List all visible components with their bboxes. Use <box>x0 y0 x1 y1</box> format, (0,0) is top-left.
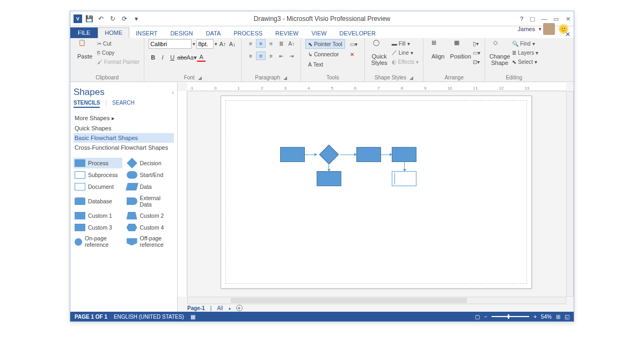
tab-design[interactable]: DESIGN <box>164 28 199 38</box>
text-direction-button[interactable]: A↕ <box>287 39 296 48</box>
position-button[interactable]: ▦Position <box>450 39 471 60</box>
macro-icon[interactable]: ▦ <box>191 314 195 320</box>
align-bottom-button[interactable]: ≡ <box>266 39 276 48</box>
presentation-mode-icon[interactable]: ▢ <box>475 314 480 320</box>
para-dialog-icon[interactable]: ◢ <box>283 75 287 80</box>
save-icon[interactable]: 💾 <box>84 14 94 24</box>
shape-process[interactable]: Process <box>74 158 122 168</box>
underline-button[interactable]: U <box>168 53 177 62</box>
page-tab-all[interactable]: All <box>217 305 223 311</box>
shape-offpage-ref[interactable]: Off-page reference <box>126 234 174 249</box>
line-button[interactable]: ／Line▾ <box>392 48 419 57</box>
italic-button[interactable]: I <box>158 53 167 62</box>
increase-font-icon[interactable]: A↑ <box>218 40 227 48</box>
page-status[interactable]: PAGE 1 OF 1 <box>75 314 107 320</box>
shape-onpage-ref[interactable]: On-page reference <box>74 234 122 249</box>
redo-icon[interactable]: ↻ <box>108 14 118 24</box>
increase-indent-button[interactable]: ⇥ <box>287 52 296 60</box>
connector-5[interactable] <box>404 162 405 171</box>
search-tab[interactable]: SEARCH <box>112 100 135 108</box>
help-icon[interactable]: ? <box>520 16 523 22</box>
align-right-button[interactable]: ≡ <box>266 52 276 60</box>
shape-database[interactable]: Database <box>74 193 122 209</box>
zoom-level[interactable]: 54% <box>541 314 552 320</box>
align-button[interactable]: ⊞Align <box>428 39 448 60</box>
tab-process[interactable]: PROCESS <box>227 28 269 38</box>
copy-button[interactable]: ⎘Copy <box>97 48 140 57</box>
flowchart-process-4[interactable] <box>317 171 341 186</box>
shape-custom3[interactable]: Custom 3 <box>74 222 122 233</box>
page-tab-1[interactable]: Page-1 <box>187 305 205 311</box>
connection-point-button[interactable]: ✕ <box>347 49 360 59</box>
qat-dropdown-icon[interactable]: ▾ <box>131 14 141 24</box>
align-middle-button[interactable]: ≡ <box>256 39 266 48</box>
tab-insert[interactable]: INSERT <box>129 28 164 38</box>
strike-button[interactable]: abc <box>178 53 186 62</box>
shape-start-end[interactable]: Start/End <box>126 170 174 180</box>
effects-button[interactable]: ◐Effects▾ <box>392 57 419 66</box>
add-page-button[interactable]: + <box>236 305 243 311</box>
more-shapes-row[interactable]: More Shapes ▸ <box>74 113 174 123</box>
connector-3[interactable] <box>381 155 392 155</box>
connector-4[interactable] <box>328 161 329 171</box>
quick-styles-button[interactable]: ◯ Quick Styles <box>369 39 390 66</box>
scroll-thumb[interactable] <box>231 298 467 303</box>
cross-functional-row[interactable]: Cross-Functional Flowchart Shapes <box>74 143 174 152</box>
font-dialog-icon[interactable]: ◢ <box>198 75 202 80</box>
cut-button[interactable]: ✂Cut <box>97 39 140 48</box>
flowchart-process-2[interactable] <box>356 147 381 162</box>
horizontal-scrollbar[interactable] <box>187 297 566 304</box>
shape-dialog-icon[interactable]: ◢ <box>409 75 413 80</box>
full-screen-icon[interactable]: ◱ <box>565 314 569 320</box>
layers-button[interactable]: ≣Layers▾ <box>512 48 538 57</box>
drawing-page[interactable] <box>221 95 532 289</box>
fill-button[interactable]: ▬Fill▾ <box>392 39 419 48</box>
tab-developer[interactable]: DEVELOPER <box>333 28 382 38</box>
close-button[interactable]: ✕ <box>562 13 574 24</box>
paste-button[interactable]: 📋 Paste <box>75 39 95 60</box>
find-button[interactable]: 🔍Find▾ <box>512 39 538 48</box>
tab-data[interactable]: DATA <box>200 28 228 38</box>
rectangle-tool-button[interactable]: ▭▾ <box>347 39 360 49</box>
tab-home[interactable]: HOME <box>98 27 129 38</box>
shape-data[interactable]: Data <box>126 181 174 192</box>
zoom-out-button[interactable]: − <box>484 314 487 320</box>
ribbon-minimize-icon[interactable]: ▢ <box>526 13 538 24</box>
flowchart-subprocess-ghost[interactable] <box>392 171 416 186</box>
align-center-button[interactable]: ≡ <box>256 52 266 60</box>
shape-custom1[interactable]: Custom 1 <box>74 210 122 221</box>
connector-1[interactable] <box>305 155 317 155</box>
shape-decision[interactable]: Decision <box>126 158 174 168</box>
align-left-button[interactable]: ≡ <box>246 52 255 60</box>
send-back-button[interactable]: ▭▾ <box>473 48 480 57</box>
shape-custom4[interactable]: Custom 4 <box>126 222 174 233</box>
drawing-canvas[interactable]: -1012345678910111213 Page-1 <box>178 83 574 312</box>
decrease-font-icon[interactable]: A↓ <box>228 40 237 48</box>
pointer-tool-button[interactable]: ⬉Pointer Tool <box>305 39 345 49</box>
lang-status[interactable]: ENGLISH (UNITED STATES) <box>114 314 184 320</box>
user-name[interactable]: James <box>518 26 535 32</box>
flowchart-process-1[interactable] <box>280 147 305 162</box>
stencils-tab[interactable]: STENCILS <box>74 100 100 108</box>
minimize-button[interactable]: — <box>538 13 550 24</box>
flowchart-process-3[interactable] <box>392 147 416 162</box>
connector-2[interactable] <box>340 155 356 155</box>
bring-front-button[interactable]: ▯▾ <box>473 39 480 48</box>
zoom-slider[interactable] <box>492 316 529 317</box>
zoom-in-button[interactable]: + <box>533 314 537 320</box>
fit-page-icon[interactable]: ⊞ <box>556 314 560 320</box>
align-top-button[interactable]: ≡ <box>246 39 255 48</box>
collapse-panel-icon[interactable]: ‹ <box>172 89 174 95</box>
refresh-icon[interactable]: ⟳ <box>120 14 129 24</box>
basic-flowchart-row[interactable]: Basic Flowchart Shapes <box>74 133 174 143</box>
tab-file[interactable]: FILE <box>70 27 98 38</box>
tab-review[interactable]: REVIEW <box>269 28 305 38</box>
case-button[interactable]: Aa▾ <box>187 53 196 62</box>
avatar[interactable] <box>543 23 555 35</box>
bold-button[interactable]: B <box>149 53 157 62</box>
tab-view[interactable]: VIEW <box>305 28 333 38</box>
shape-subprocess[interactable]: Subprocess <box>74 170 122 180</box>
quick-shapes-row[interactable]: Quick Shapes <box>74 123 174 133</box>
feedback-smile-icon[interactable]: 🙂 <box>559 24 568 34</box>
undo-icon[interactable]: ↶ <box>96 14 106 24</box>
